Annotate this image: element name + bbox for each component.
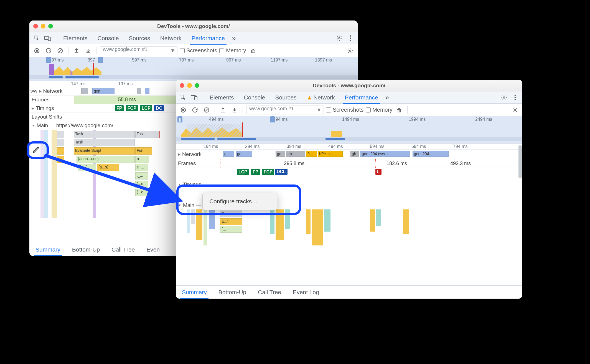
gear-icon[interactable] xyxy=(334,33,344,43)
record-button[interactable] xyxy=(179,105,188,115)
overview-timeline[interactable]: 97 ms 397 597 ms 797 ms 997 ms 1197 ms 1… xyxy=(29,57,358,81)
track-frames[interactable]: Frames 295.8 ms 182.6 ms 493.3 ms xyxy=(176,159,522,168)
tab-elements[interactable]: Elements xyxy=(205,91,238,104)
pencil-icon[interactable] xyxy=(32,146,40,153)
net-block[interactable]: gh xyxy=(350,151,359,157)
minimize-window-button[interactable] xyxy=(41,24,45,29)
bottom-tab-eventlog[interactable]: Even xyxy=(145,243,161,256)
range-handle-left[interactable]: || xyxy=(46,57,51,64)
flame-block[interactable] xyxy=(57,156,64,163)
net-block[interactable]: 9... xyxy=(306,151,317,157)
maximize-window-button[interactable] xyxy=(48,24,53,29)
expand-icon[interactable]: ▶ xyxy=(39,89,42,93)
tab-sources[interactable]: Sources xyxy=(271,91,301,104)
range-handle-right[interactable]: || xyxy=(270,116,275,123)
kebab-icon[interactable] xyxy=(345,33,355,43)
flame-block[interactable]: (... xyxy=(220,226,242,233)
context-menu[interactable]: Configure tracks… xyxy=(202,193,277,210)
net-block[interactable]: hPYm... xyxy=(318,151,343,157)
tabs-overflow-button[interactable]: » xyxy=(230,32,237,44)
net-block[interactable]: gen_... xyxy=(92,88,115,94)
tab-console[interactable]: Console xyxy=(93,32,123,44)
screenshots-checkbox[interactable]: Screenshots xyxy=(326,107,363,113)
net-block[interactable]: gen_204 (ww... xyxy=(360,151,410,157)
flame-block[interactable]: s_... xyxy=(135,164,148,171)
timing-fp[interactable]: FP xyxy=(251,169,260,175)
flame-task[interactable]: T... xyxy=(220,211,242,217)
flame-block[interactable] xyxy=(57,131,64,138)
device-toolbar-icon[interactable] xyxy=(189,93,199,102)
maximize-window-button[interactable] xyxy=(195,83,199,88)
kebab-icon[interactable] xyxy=(510,93,520,102)
bottom-tab-eventlog[interactable]: Event Log xyxy=(291,286,321,298)
timing-load[interactable]: L xyxy=(375,169,382,175)
range-handle-left[interactable]: || xyxy=(177,116,182,123)
upload-icon[interactable] xyxy=(72,46,81,55)
net-block[interactable]: gen_204... xyxy=(413,151,449,157)
bottom-tab-summary[interactable]: Summary xyxy=(180,286,208,298)
device-toolbar-icon[interactable] xyxy=(43,33,53,43)
tabs-overflow-button[interactable]: » xyxy=(384,91,391,104)
bottom-tab-calltree[interactable]: Call Tree xyxy=(110,243,136,256)
net-block[interactable] xyxy=(137,88,141,94)
flame-task[interactable]: Task xyxy=(74,131,135,138)
timing-lcp[interactable]: LCP xyxy=(237,169,249,175)
flame-block[interactable]: (anon...ous) xyxy=(77,156,135,163)
timing-lcp[interactable]: LCP xyxy=(140,105,152,111)
profile-select[interactable]: www.google.com #1 ▼ xyxy=(100,46,177,55)
expand-icon[interactable]: ▶ xyxy=(178,152,180,156)
memory-checkbox[interactable]: Memory xyxy=(366,107,392,113)
timing-fp[interactable]: FP xyxy=(115,105,124,111)
timing-dcl[interactable]: DCL xyxy=(275,169,288,175)
inspect-icon[interactable] xyxy=(32,33,42,43)
close-window-button[interactable] xyxy=(180,83,184,88)
flame-block[interactable]: (...c xyxy=(135,189,148,196)
tab-elements[interactable]: Elements xyxy=(59,32,92,44)
inspect-icon[interactable] xyxy=(178,93,188,102)
clear-button[interactable] xyxy=(55,46,65,55)
flame-task[interactable]: Task xyxy=(135,131,160,138)
close-window-button[interactable] xyxy=(33,24,38,29)
tab-console[interactable]: Console xyxy=(240,91,270,104)
reload-button[interactable] xyxy=(190,105,200,115)
bottom-tab-bottomup[interactable]: Bottom-Up xyxy=(70,243,101,256)
expand-icon[interactable]: ▶ xyxy=(32,106,34,110)
net-block[interactable] xyxy=(145,88,149,94)
gear-icon[interactable] xyxy=(499,93,509,102)
flame-block[interactable] xyxy=(57,139,64,146)
context-menu-configure-tracks[interactable]: Configure tracks… xyxy=(203,195,277,207)
flame-block[interactable]: Fun. xyxy=(135,147,152,155)
tab-performance[interactable]: Performance xyxy=(187,32,229,44)
tab-network[interactable]: ▲Network xyxy=(302,91,339,104)
tab-network[interactable]: Network xyxy=(156,32,186,44)
record-button[interactable] xyxy=(32,46,42,55)
flame-chart-area[interactable]: 194 ms 294 ms 394 ms 494 ms 594 ms 694 m… xyxy=(176,143,522,285)
perf-settings-gear-icon[interactable] xyxy=(345,46,355,55)
expand-icon[interactable]: ▼ xyxy=(32,124,35,127)
garbage-collect-icon[interactable] xyxy=(248,46,258,55)
timing-dcl[interactable]: DC xyxy=(154,105,164,111)
expand-icon[interactable]: ▼ xyxy=(178,183,181,186)
profile-select[interactable]: www.google.com #1 ▼ xyxy=(246,106,324,114)
memory-checkbox[interactable]: Memory xyxy=(219,47,246,54)
flame-eval[interactable]: Evaluate Script xyxy=(74,147,135,155)
net-block[interactable]: ge... xyxy=(236,151,252,157)
expand-icon[interactable]: ▼ xyxy=(178,203,181,207)
flame-block[interactable]: E...t xyxy=(220,218,242,225)
bottom-tab-calltree[interactable]: Call Tree xyxy=(256,286,283,298)
flame-block[interactable]: b. xyxy=(135,156,149,163)
minimize-window-button[interactable] xyxy=(187,83,192,88)
bottom-tab-summary[interactable]: Summary xyxy=(34,243,62,256)
net-block[interactable] xyxy=(81,88,88,94)
timing-fcp[interactable]: FCP xyxy=(126,105,138,111)
flame-block[interactable]: ._... xyxy=(135,172,148,180)
overview-timeline[interactable]: 494 ms 94 ms 1494 ms 1994 ms 2494 ms CPU… xyxy=(176,116,522,143)
range-handle-right[interactable]: || xyxy=(98,57,103,64)
download-icon[interactable] xyxy=(230,105,239,115)
track-network[interactable]: ▶Network g... ge... ge clie... 9... hPYm… xyxy=(176,150,522,159)
reload-button[interactable] xyxy=(44,46,53,55)
flame-block[interactable] xyxy=(57,147,64,155)
flame-task[interactable]: Task xyxy=(74,139,135,146)
tab-performance[interactable]: Performance xyxy=(340,91,382,104)
flame-block[interactable]: (...c xyxy=(135,181,148,188)
